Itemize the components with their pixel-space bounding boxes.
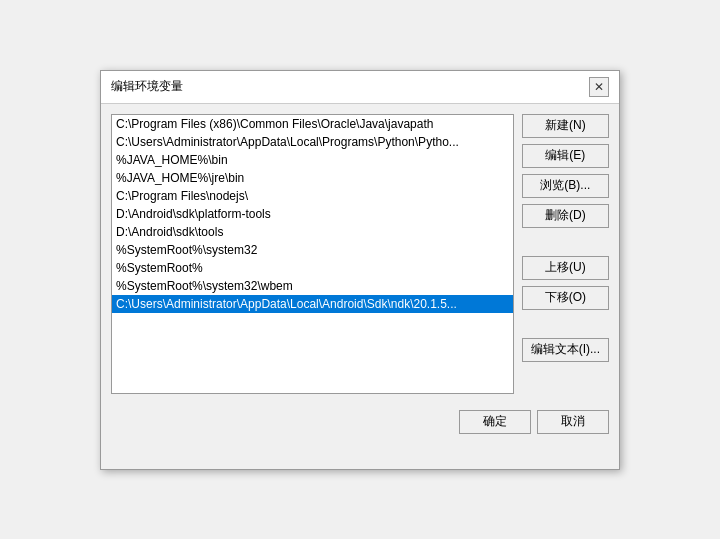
browse-button[interactable]: 浏览(B)...	[522, 174, 609, 198]
list-item[interactable]: %SystemRoot%	[112, 259, 513, 277]
list-item[interactable]: D:\Android\sdk\platform-tools	[112, 205, 513, 223]
list-item[interactable]: %SystemRoot%\system32\wbem	[112, 277, 513, 295]
env-list-container: C:\Program Files (x86)\Common Files\Orac…	[111, 114, 514, 394]
list-item[interactable]: D:\Android\sdk\tools	[112, 223, 513, 241]
list-item[interactable]: %SystemRoot%\system32	[112, 241, 513, 259]
list-item[interactable]: C:\Users\Administrator\AppData\Local\And…	[112, 295, 513, 313]
move-down-button[interactable]: 下移(O)	[522, 286, 609, 310]
cancel-button[interactable]: 取消	[537, 410, 609, 434]
list-item[interactable]: %JAVA_HOME%\jre\bin	[112, 169, 513, 187]
edit-text-button[interactable]: 编辑文本(I)...	[522, 338, 609, 362]
ok-button[interactable]: 确定	[459, 410, 531, 434]
edit-env-variable-dialog: 编辑环境变量 ✕ C:\Program Files (x86)\Common F…	[100, 70, 620, 470]
dialog-body: C:\Program Files (x86)\Common Files\Orac…	[101, 104, 619, 444]
footer-buttons: 确定 取消	[111, 410, 609, 434]
content-area: C:\Program Files (x86)\Common Files\Orac…	[111, 114, 609, 394]
delete-button[interactable]: 删除(D)	[522, 204, 609, 228]
dialog-title: 编辑环境变量	[111, 78, 183, 95]
list-item[interactable]: C:\Program Files (x86)\Common Files\Orac…	[112, 115, 513, 133]
spacer	[522, 234, 609, 250]
title-bar: 编辑环境变量 ✕	[101, 71, 619, 104]
edit-button[interactable]: 编辑(E)	[522, 144, 609, 168]
list-item[interactable]: C:\Users\Administrator\AppData\Local\Pro…	[112, 133, 513, 151]
right-buttons-panel: 新建(N) 编辑(E) 浏览(B)... 删除(D) 上移(U) 下移(O) 编…	[522, 114, 609, 362]
close-button[interactable]: ✕	[589, 77, 609, 97]
spacer2	[522, 316, 609, 332]
new-button[interactable]: 新建(N)	[522, 114, 609, 138]
list-item[interactable]: C:\Program Files\nodejs\	[112, 187, 513, 205]
move-up-button[interactable]: 上移(U)	[522, 256, 609, 280]
env-list-box[interactable]: C:\Program Files (x86)\Common Files\Orac…	[111, 114, 514, 394]
list-item[interactable]: %JAVA_HOME%\bin	[112, 151, 513, 169]
